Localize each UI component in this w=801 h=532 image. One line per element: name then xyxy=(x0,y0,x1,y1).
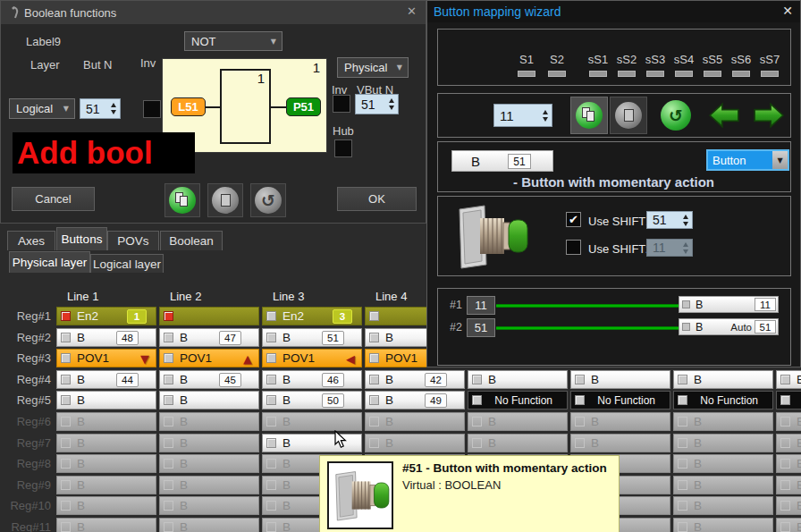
source-button[interactable]: B 51 xyxy=(451,150,553,172)
cell-checkbox[interactable] xyxy=(61,459,71,469)
spinner-arrows-icon[interactable] xyxy=(108,103,120,114)
cell-checkbox[interactable] xyxy=(266,333,276,342)
cell-checkbox[interactable] xyxy=(164,501,173,511)
no-function-cell[interactable]: No Function xyxy=(776,391,801,410)
logic-cell[interactable]: En21 xyxy=(56,307,156,325)
cell-checkbox[interactable] xyxy=(61,395,71,405)
spinner-arrows-icon[interactable] xyxy=(680,215,692,226)
cell-checkbox[interactable] xyxy=(164,417,173,426)
copy-button[interactable] xyxy=(164,183,200,217)
paste-button[interactable] xyxy=(610,97,647,134)
shift-tab-ss3[interactable]: sS3 xyxy=(640,53,670,77)
cell-checkbox[interactable] xyxy=(369,417,379,426)
button-cell[interactable]: B42 xyxy=(365,370,465,389)
cell-checkbox[interactable] xyxy=(266,395,276,405)
cell-checkbox[interactable] xyxy=(164,395,173,405)
shift-tab-ss2[interactable]: sS2 xyxy=(611,53,642,77)
use-shift2-checkbox[interactable] xyxy=(566,240,581,255)
tab-logical-layer[interactable]: Logical layer xyxy=(90,254,164,273)
target-inv-checkbox[interactable] xyxy=(333,95,350,113)
no-function-cell[interactable]: No Function xyxy=(468,391,568,410)
cell-checkbox[interactable] xyxy=(164,522,173,532)
no-function-cell[interactable]: No Function xyxy=(570,391,670,410)
layer-select[interactable]: Logical ▼ xyxy=(9,98,75,119)
cell-checkbox[interactable] xyxy=(682,300,690,308)
disabled-button-cell[interactable]: B xyxy=(673,454,773,473)
disabled-button-cell[interactable]: B xyxy=(776,412,801,431)
ok-button[interactable]: OK xyxy=(337,187,417,211)
pov-cell[interactable]: POV1◀ xyxy=(262,349,362,367)
cell-checkbox[interactable] xyxy=(61,353,71,363)
cell-checkbox[interactable] xyxy=(472,417,482,426)
cell-checkbox[interactable] xyxy=(61,311,71,321)
button-cell[interactable]: B xyxy=(468,370,568,389)
button-cell[interactable]: B xyxy=(673,370,773,389)
cell-checkbox[interactable] xyxy=(164,438,173,448)
button-cell[interactable]: B47 xyxy=(159,328,259,347)
shift-tab-ss7[interactable]: sS7 xyxy=(755,53,785,77)
cell-checkbox[interactable] xyxy=(369,353,379,363)
cell-checkbox[interactable] xyxy=(266,438,276,448)
disabled-button-cell[interactable]: B xyxy=(56,434,156,452)
button-cell[interactable]: B xyxy=(56,391,156,410)
disabled-button-cell[interactable]: B xyxy=(673,412,773,431)
target-layer-select[interactable]: Physical ▼ xyxy=(337,57,409,78)
cell-checkbox[interactable] xyxy=(266,353,276,363)
cell-checkbox[interactable] xyxy=(472,438,482,448)
cell-checkbox[interactable] xyxy=(369,438,379,448)
cell-checkbox[interactable] xyxy=(61,480,71,490)
cell-checkbox[interactable] xyxy=(575,375,585,384)
disabled-button-cell[interactable]: B xyxy=(468,434,568,452)
cell-checkbox[interactable] xyxy=(266,501,276,511)
cell-checkbox[interactable] xyxy=(472,375,482,384)
cell-checkbox[interactable] xyxy=(266,375,276,384)
cell-checkbox[interactable] xyxy=(780,438,790,448)
button-cell[interactable]: B xyxy=(570,370,670,389)
cell-checkbox[interactable] xyxy=(164,333,173,342)
disabled-button-cell[interactable]: B xyxy=(56,496,156,515)
cell-checkbox[interactable] xyxy=(164,311,173,321)
disabled-button-cell[interactable]: B xyxy=(159,518,259,532)
disabled-button-cell[interactable]: B xyxy=(365,434,465,452)
cancel-button[interactable]: Cancel xyxy=(12,187,95,211)
cell-checkbox[interactable] xyxy=(61,375,71,384)
hub-checkbox[interactable] xyxy=(334,139,352,157)
cell-checkbox[interactable] xyxy=(164,480,173,490)
cell-checkbox[interactable] xyxy=(780,501,790,511)
previous-button[interactable] xyxy=(706,97,742,133)
function-type-select[interactable]: Button ▼ xyxy=(706,149,789,171)
disabled-button-cell[interactable]: B xyxy=(673,496,773,515)
mapping-target-button[interactable]: BAuto51 xyxy=(679,318,779,335)
use-shift1-checkbox[interactable]: ✔ xyxy=(566,212,581,227)
button-cell[interactable]: B51 xyxy=(262,328,362,347)
disabled-button-cell[interactable]: B xyxy=(159,434,259,452)
tab-boolean[interactable]: Boolean xyxy=(160,231,223,250)
shift-tab-ss6[interactable]: sS6 xyxy=(726,53,756,77)
cell-checkbox[interactable] xyxy=(678,375,687,384)
spinner-arrows-icon[interactable] xyxy=(386,98,398,110)
inv-checkbox[interactable] xyxy=(143,100,161,118)
spinner-arrows-icon[interactable] xyxy=(540,110,552,122)
disabled-button-cell[interactable]: B xyxy=(776,454,801,473)
next-button[interactable] xyxy=(751,97,787,133)
shift-tab-ss5[interactable]: sS5 xyxy=(697,53,728,77)
tab-axes[interactable]: Axes xyxy=(7,231,55,250)
cell-checkbox[interactable] xyxy=(61,522,71,532)
cell-checkbox[interactable] xyxy=(678,501,687,511)
cell-checkbox[interactable] xyxy=(678,438,687,448)
disabled-button-cell[interactable]: B xyxy=(56,454,156,473)
pov-cell[interactable]: POV1▼ xyxy=(56,349,156,367)
cell-checkbox[interactable] xyxy=(164,353,173,363)
disabled-button-cell[interactable]: B xyxy=(159,412,259,431)
output-pin-badge[interactable]: P51 xyxy=(286,97,321,116)
cell-checkbox[interactable] xyxy=(369,333,379,342)
cell-checkbox[interactable] xyxy=(678,417,687,426)
disabled-button-cell[interactable]: B xyxy=(56,412,156,431)
function-select[interactable]: NOT ▼ xyxy=(184,31,282,51)
disabled-button-cell[interactable]: B xyxy=(365,412,465,431)
disabled-button-cell[interactable]: B xyxy=(468,412,568,431)
disabled-button-cell[interactable]: B xyxy=(673,476,773,494)
disabled-button-cell[interactable]: B xyxy=(159,454,259,473)
cell-checkbox[interactable] xyxy=(678,522,687,532)
cell-checkbox[interactable] xyxy=(61,333,71,342)
